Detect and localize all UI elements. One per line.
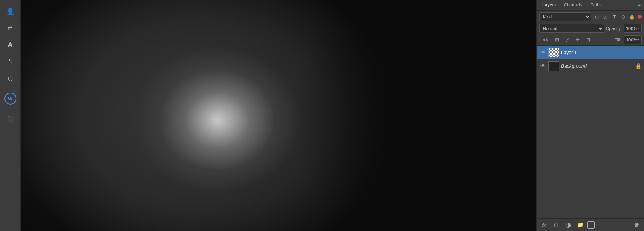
layer-item-background[interactable]: 👁 Background 🔒: [537, 59, 644, 73]
background-name: Background: [561, 63, 634, 69]
fx-button[interactable]: fx: [539, 220, 549, 230]
people-icon[interactable]: 👤: [3, 4, 18, 18]
delete-button[interactable]: 🗑: [632, 220, 642, 230]
lock-brush-btn[interactable]: ∕: [563, 36, 571, 44]
fill-label: Fill:: [614, 37, 621, 42]
mask-button[interactable]: ◻: [551, 220, 561, 230]
new-layer-button[interactable]: +: [587, 221, 595, 229]
filter-shape-icon[interactable]: ⬡: [619, 13, 627, 21]
tab-channels[interactable]: Channels: [560, 0, 586, 10]
filter-smart-icon[interactable]: 🔒: [628, 13, 636, 21]
tab-layers[interactable]: Layers: [538, 0, 560, 10]
dot-indicator: [638, 15, 642, 19]
layer1-thumb: [548, 48, 559, 57]
filter-adjust-icon[interactable]: ◎: [601, 13, 609, 21]
separator: [3, 89, 18, 89]
background-lock-icon: 🔒: [635, 63, 642, 69]
tab-paths[interactable]: Paths: [587, 0, 606, 10]
lock-row: Lock: ⊞ ∕ ✛ ⊡ Fill: 100% ▾: [537, 34, 644, 46]
panel-tabs: Layers Channels Paths ≡: [537, 0, 644, 11]
w-circle-icon[interactable]: W: [4, 93, 16, 105]
cube-icon[interactable]: ⬡: [3, 71, 18, 86]
layer1-name: Layer 1: [561, 50, 642, 55]
canvas-area[interactable]: [21, 0, 536, 231]
filter-pixel-icon[interactable]: ⊞: [593, 13, 601, 21]
canvas-image: [21, 0, 536, 231]
opacity-value-display[interactable]: 100% ▾: [624, 24, 642, 33]
adjustment-button[interactable]: ◑: [563, 220, 573, 230]
adjustments-icon[interactable]: ⇄: [3, 21, 18, 35]
layers-bottom: fx ◻ ◑ 📁 + 🗑: [537, 218, 644, 231]
lock-move-btn[interactable]: ✛: [574, 36, 582, 44]
main-content: Layers Channels Paths ≡ Kind ⊞ ◎ T ⬡ 🔒 N…: [21, 0, 644, 231]
lock-checkerboard-btn[interactable]: ⊞: [553, 36, 561, 44]
filter-type-icon[interactable]: T: [610, 13, 618, 21]
right-panel: Layers Channels Paths ≡ Kind ⊞ ◎ T ⬡ 🔒 N…: [536, 0, 644, 231]
kind-select[interactable]: Kind: [539, 12, 591, 21]
fill-value-display[interactable]: 100% ▾: [624, 35, 642, 44]
kind-icons-group: ⊞ ◎ T ⬡ 🔒: [593, 13, 642, 21]
kind-row: Kind ⊞ ◎ T ⬡ 🔒: [537, 11, 644, 23]
separator2: [3, 108, 18, 108]
layer-item-layer1[interactable]: 👁 Layer 1: [537, 46, 644, 59]
opacity-label: Opacity:: [606, 26, 622, 31]
background-visibility[interactable]: 👁: [539, 63, 546, 70]
panel-close[interactable]: ≡: [636, 0, 642, 10]
lock-label: Lock:: [539, 37, 550, 42]
blend-mode-select[interactable]: Normal Dissolve Multiply Screen Overlay: [539, 24, 604, 33]
blend-row: Normal Dissolve Multiply Screen Overlay …: [537, 23, 644, 34]
opacity-dropdown-arrow: ▾: [637, 26, 639, 30]
folder-button[interactable]: 📁: [575, 220, 585, 230]
layers-list: 👁 Layer 1 👁 Background 🔒: [537, 46, 644, 218]
text-tool-icon[interactable]: A: [3, 38, 18, 52]
paragraph-icon[interactable]: ¶: [3, 55, 18, 69]
fill-dropdown-arrow: ▾: [637, 38, 639, 42]
background-thumb: [548, 61, 559, 71]
sidebar-panel: 👤 ⇄ A ¶ ⬡ W ⬛: [0, 0, 21, 231]
layer1-visibility[interactable]: 👁: [539, 49, 546, 56]
briefcase-icon[interactable]: ⬛: [3, 111, 18, 126]
lock-artboard-btn[interactable]: ⊡: [584, 36, 592, 44]
